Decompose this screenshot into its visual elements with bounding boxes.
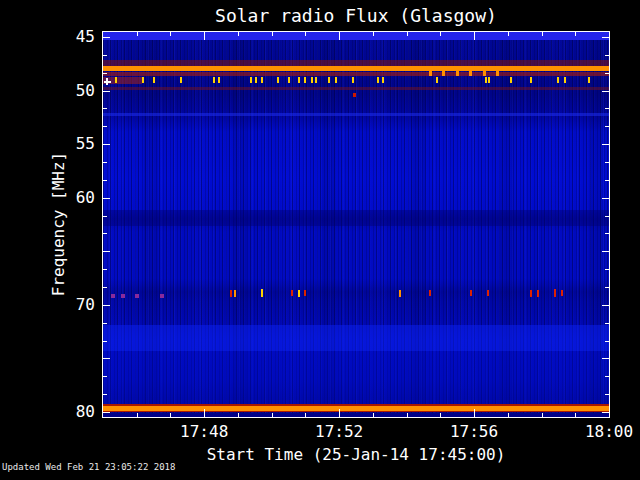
burst-mark-orange-bursts-48.5mhz: [429, 71, 432, 76]
x-major-tick: [204, 32, 205, 40]
burst-mark-yellow-bursts-49mhz: [218, 77, 220, 83]
point-mark-burst-69mhz: [399, 290, 401, 297]
x-minor-tick: [440, 413, 441, 417]
y-tick-label-45: 45: [40, 29, 95, 45]
x-minor-tick: [407, 413, 408, 417]
burst-mark-purple-dots-69mhz: [160, 294, 164, 298]
burst-mark-yellow-bursts-49mhz: [142, 77, 144, 83]
burst-mark-yellow-bursts-49mhz: [315, 77, 317, 83]
burst-mark-orange-bursts-48.5mhz: [496, 71, 499, 76]
y-minor-tick: [605, 108, 609, 109]
y-major-tick: [103, 358, 110, 359]
burst-mark-yellow-bursts-49mhz: [288, 77, 290, 83]
y-minor-tick: [605, 233, 609, 234]
point-mark-burst-69mhz: [530, 290, 532, 297]
burst-mark-yellow-bursts-49mhz: [557, 77, 559, 83]
x-minor-tick: [305, 413, 306, 417]
y-tick-label-80: 80: [40, 404, 95, 420]
burst-mark-orange-bursts-48.5mhz: [483, 71, 486, 76]
y-major-tick: [602, 412, 609, 413]
y-minor-tick: [605, 180, 609, 181]
burst-mark-orange-bursts-48.5mhz: [442, 71, 445, 76]
burst-mark-yellow-bursts-49mhz: [115, 77, 117, 83]
x-major-tick: [204, 409, 205, 417]
y-minor-tick: [605, 394, 609, 395]
feature-band-red-mottle-48.5: [103, 72, 609, 76]
y-minor-tick: [103, 233, 107, 234]
x-tick-label-18:00: 18:00: [577, 424, 640, 440]
point-mark-burst-69mhz: [261, 289, 263, 297]
y-tick-label-50: 50: [40, 83, 95, 99]
y-major-tick: [103, 412, 110, 413]
y-minor-tick: [103, 323, 107, 324]
y-minor-tick: [103, 180, 107, 181]
x-minor-tick: [407, 32, 408, 36]
y-minor-tick: [103, 55, 107, 56]
y-axis-title: Frequency [MHz]: [49, 124, 67, 324]
cross-artifact: [106, 78, 108, 85]
burst-mark-yellow-bursts-49mhz: [180, 77, 182, 83]
y-major-tick: [602, 91, 609, 92]
x-minor-tick: [373, 32, 374, 36]
burst-mark-yellow-bursts-49mhz: [436, 77, 438, 83]
point-mark-burst-69mhz: [429, 290, 431, 296]
burst-mark-yellow-bursts-49mhz: [485, 77, 487, 83]
y-major-tick: [602, 198, 609, 199]
burst-mark-yellow-bursts-49mhz: [382, 77, 384, 83]
point-mark-burst-69mhz: [234, 290, 236, 297]
y-minor-tick: [103, 287, 107, 288]
page-title: Solar radio Flux (Glasgow): [103, 5, 609, 26]
y-minor-tick: [103, 126, 107, 127]
x-major-tick: [339, 409, 340, 417]
x-minor-tick: [542, 413, 543, 417]
y-minor-tick: [103, 341, 107, 342]
spectrogram-page: Solar radio Flux (Glasgow) 455055607080 …: [0, 0, 640, 480]
x-tick-label-17:52: 17:52: [307, 424, 371, 440]
y-major-tick: [103, 37, 110, 38]
updated-timestamp: Updated Wed Feb 21 23:05:22 2018: [2, 462, 175, 472]
burst-mark-yellow-bursts-49mhz: [261, 77, 263, 83]
y-major-tick: [103, 91, 110, 92]
spectrogram-plot: [103, 32, 609, 417]
y-minor-tick: [103, 73, 107, 74]
y-minor-tick: [605, 126, 609, 127]
feature-band-red-mottle-47.4: [103, 60, 609, 65]
y-minor-tick: [103, 162, 107, 163]
burst-mark-yellow-bursts-49mhz: [352, 77, 354, 83]
x-minor-tick: [508, 32, 509, 36]
x-axis-title: Start Time (25-Jan-14 17:45:00): [103, 445, 609, 464]
point-mark-burst-69mhz: [561, 290, 563, 296]
y-minor-tick: [103, 108, 107, 109]
point-mark-burst-69mhz: [487, 290, 489, 296]
x-major-tick: [339, 32, 340, 40]
burst-mark-yellow-bursts-49mhz: [277, 77, 279, 83]
x-minor-tick: [137, 32, 138, 36]
x-minor-tick: [305, 32, 306, 36]
burst-mark-yellow-bursts-49mhz: [255, 77, 257, 83]
x-minor-tick: [238, 413, 239, 417]
burst-mark-yellow-bursts-49mhz: [250, 77, 252, 83]
feature-band-dark-band-61.8: [103, 210, 609, 226]
x-minor-tick: [238, 32, 239, 36]
x-minor-tick: [508, 413, 509, 417]
x-minor-tick: [575, 413, 576, 417]
burst-mark-yellow-bursts-49mhz: [588, 77, 590, 83]
burst-mark-purple-dots-69mhz: [135, 294, 139, 298]
burst-mark-yellow-bursts-49mhz: [510, 77, 512, 83]
burst-mark-orange-bursts-48.5mhz: [469, 71, 472, 76]
burst-mark-yellow-bursts-49mhz: [564, 77, 566, 83]
burst-mark-yellow-bursts-49mhz: [213, 77, 215, 83]
burst-mark-purple-dots-69mhz: [111, 294, 115, 298]
y-major-tick: [602, 37, 609, 38]
burst-mark-yellow-bursts-49mhz: [377, 77, 379, 83]
x-minor-tick: [373, 413, 374, 417]
x-minor-tick: [542, 32, 543, 36]
burst-mark-yellow-bursts-49mhz: [311, 77, 313, 83]
y-minor-tick: [605, 287, 609, 288]
point-mark-burst-69mhz: [230, 290, 232, 297]
burst-mark-yellow-bursts-49mhz: [298, 77, 300, 83]
burst-mark-orange-bursts-48.5mhz: [456, 71, 459, 76]
feature-band-wavy-textured-74-79: [103, 351, 609, 404]
x-minor-tick: [272, 413, 273, 417]
point-mark-burst-69mhz: [537, 290, 539, 297]
